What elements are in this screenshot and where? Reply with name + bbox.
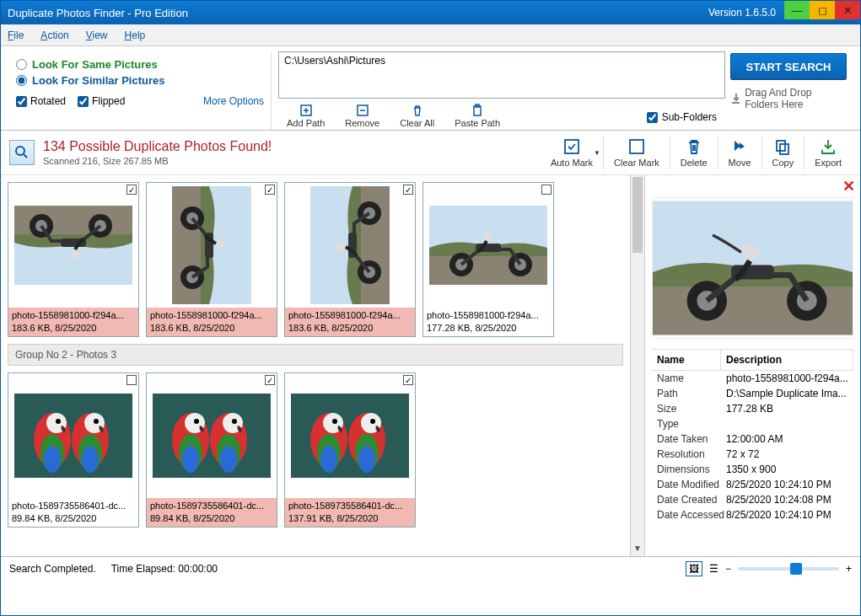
status-text: Search Completed.: [9, 563, 96, 575]
minimize-button[interactable]: —: [784, 1, 810, 19]
thumbnail-image: [285, 373, 415, 498]
scroll-down-button[interactable]: ▼: [631, 543, 644, 556]
property-row: PathD:\Sample Duplicate Ima...: [652, 386, 853, 401]
thumbnail-filename: photo-1558981000-f294a...: [423, 308, 553, 323]
view-thumbnails-button[interactable]: 🖼: [686, 561, 702, 576]
svg-point-58: [220, 446, 237, 473]
menu-file[interactable]: File: [8, 29, 24, 41]
radio-similar-pictures[interactable]: [16, 75, 27, 86]
thumbnail-checkbox[interactable]: [126, 375, 137, 385]
svg-rect-8: [780, 144, 788, 154]
zoom-in-button[interactable]: +: [846, 563, 852, 575]
thumbnail-checkbox[interactable]: ✓: [403, 185, 413, 195]
property-row: Date Modified8/25/2020 10:24:10 PM: [652, 477, 853, 492]
thumbnail-meta: 137.91 KB, 8/25/2020: [285, 513, 415, 527]
group-header: Group No 2 - Photos 3: [8, 344, 623, 366]
thumbnail-filename: photo-1558981000-f294a...: [8, 308, 138, 323]
svg-point-57: [182, 446, 199, 473]
thumbnail-checkbox[interactable]: [541, 185, 552, 195]
subfolders-checkbox-wrap[interactable]: Sub-Folders: [647, 111, 725, 123]
subfolders-checkbox[interactable]: [647, 112, 658, 123]
svg-rect-74: [653, 201, 853, 272]
clear-mark-button[interactable]: Clear Mark: [603, 136, 670, 169]
thumbnail-card[interactable]: ✓photo-1589735586401-dc...137.91 KB, 8/2…: [284, 372, 416, 528]
checkbox-flipped-wrap[interactable]: Flipped: [78, 95, 125, 107]
checkbox-rotated[interactable]: [16, 96, 27, 107]
property-value: D:\Sample Duplicate Ima...: [726, 388, 848, 399]
property-value: 8/25/2020 10:24:10 PM: [726, 509, 848, 521]
thumbnail-meta: 89.84 KB, 8/25/2020: [147, 513, 277, 527]
paste-path-button[interactable]: Paste Path: [446, 102, 509, 130]
property-value: 72 x 72: [726, 448, 848, 460]
more-options-link[interactable]: More Options: [203, 95, 264, 107]
thumbnail-checkbox[interactable]: ✓: [265, 375, 275, 385]
property-value: 1350 x 900: [726, 463, 848, 475]
label-similar-pictures: Look For Similar Pictures: [32, 74, 165, 87]
thumbnail-card[interactable]: ✓photo-1558981000-f294a...183.6 KB, 8/25…: [284, 182, 416, 337]
thumbnail-image: [423, 183, 553, 308]
remove-path-button[interactable]: Remove: [336, 102, 388, 130]
property-row: Date Accessed8/25/2020 10:24:10 PM: [652, 507, 853, 522]
prop-header-name: Name: [652, 350, 721, 370]
close-button[interactable]: ✕: [835, 1, 860, 19]
checkbox-rotated-wrap[interactable]: Rotated: [16, 95, 66, 107]
menu-help[interactable]: Help: [125, 29, 146, 41]
svg-point-69: [358, 446, 375, 473]
vertical-scrollbar[interactable]: ▲ ▼: [630, 175, 644, 556]
add-path-button[interactable]: Add Path: [278, 102, 333, 130]
start-search-button[interactable]: START SEARCH: [730, 53, 847, 80]
close-preview-button[interactable]: ✕: [842, 177, 855, 196]
property-value: 12:00:00 AM: [726, 433, 848, 445]
zoom-slider[interactable]: [738, 567, 839, 570]
thumbnail-meta: 183.6 KB, 8/25/2020: [285, 323, 415, 336]
scan-stats-label: Scanned 216, Size 267.85 MB: [43, 156, 272, 166]
thumbnail-card[interactable]: ✓photo-1558981000-f294a...183.6 KB, 8/25…: [146, 182, 277, 337]
thumbnail-card[interactable]: ✓photo-1558981000-f294a...183.6 KB, 8/25…: [8, 182, 139, 337]
preview-panel: ✕ NameDescription Namephoto-1558981000-f…: [644, 175, 860, 556]
scroll-thumb[interactable]: [632, 177, 643, 253]
property-row: Namephoto-1558981000-f294a...: [652, 371, 853, 386]
thumbnail-card[interactable]: photo-1558981000-f294a...177.28 KB, 8/25…: [422, 182, 554, 337]
clipboard-icon: [471, 104, 484, 117]
view-list-button[interactable]: ☰: [709, 563, 718, 575]
property-key: Size: [657, 403, 726, 415]
thumbnail-checkbox[interactable]: ✓: [403, 375, 413, 385]
maximize-button[interactable]: ◻: [810, 1, 835, 19]
property-key: Date Modified: [657, 479, 726, 490]
move-button[interactable]: Move: [718, 136, 761, 169]
magnifier-icon: [9, 140, 35, 165]
zoom-slider-handle[interactable]: [790, 563, 802, 575]
property-key: Dimensions: [657, 463, 726, 475]
radio-same-pictures[interactable]: [16, 59, 27, 70]
clear-all-button[interactable]: Clear All: [391, 102, 443, 130]
thumbnail-checkbox[interactable]: ✓: [265, 185, 275, 195]
path-list[interactable]: C:\Users\Ashi\Pictures: [278, 51, 725, 99]
thumbnail-image: [147, 183, 277, 308]
export-button[interactable]: Export: [804, 136, 852, 169]
svg-point-24: [216, 238, 226, 249]
menu-view[interactable]: View: [86, 29, 108, 41]
svg-point-16: [70, 249, 80, 260]
thumbnail-meta: 177.28 KB, 8/25/2020: [423, 323, 553, 336]
toolbar: Look For Same Pictures Look For Similar …: [1, 46, 860, 131]
copy-button[interactable]: Copy: [761, 136, 804, 169]
delete-button[interactable]: Delete: [670, 136, 718, 169]
zoom-out-button[interactable]: −: [725, 563, 731, 575]
checkbox-flipped[interactable]: [78, 96, 89, 107]
time-elapsed: Time Elapsed: 00:00:00: [111, 563, 218, 575]
path-area: C:\Users\Ashi\Pictures Add Path Remove C…: [271, 51, 725, 130]
thumbnail-card[interactable]: photo-1589735586401-dc...89.84 KB, 8/25/…: [8, 372, 139, 528]
property-key: Path: [657, 388, 726, 399]
svg-point-4: [16, 147, 24, 155]
thumbnail-checkbox[interactable]: ✓: [126, 185, 137, 195]
thumbnail-grid: ✓photo-1558981000-f294a...183.6 KB, 8/25…: [1, 175, 630, 556]
download-icon: [730, 93, 740, 104]
menu-action[interactable]: Action: [40, 29, 68, 41]
thumbnail-card[interactable]: ✓photo-1589735586401-dc...89.84 KB, 8/25…: [146, 372, 277, 528]
check-icon: [562, 137, 581, 156]
thumbnail-image: [147, 373, 277, 498]
auto-mark-button[interactable]: Auto Mark▼: [541, 136, 603, 169]
svg-point-73: [370, 419, 375, 424]
minus-icon: [356, 104, 369, 117]
property-value: 8/25/2020 10:24:08 PM: [726, 494, 848, 506]
